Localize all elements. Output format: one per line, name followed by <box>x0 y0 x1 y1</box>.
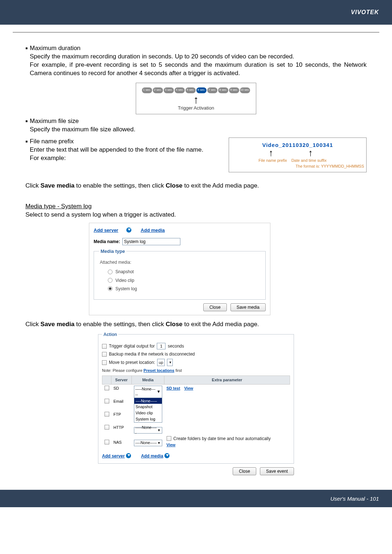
dropdown-option[interactable]: Snapshot <box>134 404 162 410</box>
action-panel: Action Trigger digital output for second… <box>98 332 294 475</box>
label-format: The format is: YYYYMMDD_HHMMSS <box>231 164 364 169</box>
timeline-pill: 2 sec. <box>153 87 163 93</box>
add-media-link[interactable]: Add media <box>141 227 165 233</box>
table-row: Email <box>102 398 290 411</box>
timeline-diagram: 1 sec.2 sec.3 sec.4 sec.5 sec.6 sec.7 se… <box>136 83 256 115</box>
attached-media-label: Attached media: <box>100 259 260 265</box>
prefix-title: File name prefix <box>30 138 74 146</box>
dropdown-option[interactable]: Video clip <box>134 410 162 416</box>
timeline-pill: 7 sec. <box>207 87 217 93</box>
media-type-fieldset: Media type Attached media: Snapshot Vide… <box>94 248 266 300</box>
checkbox-server-ftp[interactable] <box>105 412 109 416</box>
save-media-button[interactable]: Save media <box>230 303 266 311</box>
arrow-up-icon: ↑ <box>140 95 252 104</box>
checkbox-server-sd[interactable] <box>105 386 109 390</box>
timeline-caption: Trigger Activation <box>140 105 252 111</box>
footer-bar: User's Manual - 101 <box>0 490 392 507</box>
table-row: SD -----None-----▼ ----None----- Snapsho… <box>102 384 290 398</box>
add-server-link-2[interactable]: Add server <box>102 454 125 459</box>
sd-test-link[interactable]: SD test <box>167 386 180 390</box>
timeline-pill: 6 sec. <box>196 87 207 93</box>
dropdown-icon[interactable] <box>126 453 131 458</box>
page-body: Maximum duration Specify the maximum rec… <box>25 33 367 475</box>
media-name-input[interactable] <box>122 238 180 245</box>
bullet-icon <box>25 44 30 53</box>
bullet-icon <box>25 138 30 146</box>
checkbox-backup-media[interactable] <box>102 352 107 357</box>
timeline-pill: 1 sec. <box>142 87 152 93</box>
header-bar: VIVOTEK <box>0 0 392 25</box>
checkbox-server-nas[interactable] <box>105 440 109 444</box>
timeline-pill: 9 sec. <box>229 87 239 93</box>
checkbox-move-preset[interactable] <box>102 360 107 365</box>
checkbox-trigger-output[interactable] <box>102 344 107 349</box>
close-event-button[interactable]: Close <box>233 467 256 475</box>
th-media: Media <box>132 376 164 385</box>
preset-note: Note: Please configure Preset locations … <box>102 368 290 373</box>
media-name-label: Media name: <box>94 239 120 245</box>
preset-location-select[interactable]: up <box>157 359 164 366</box>
timeline-pill: 3 sec. <box>164 87 174 93</box>
bullet-icon <box>25 117 30 126</box>
timeline-pill: 10 sec. <box>240 87 250 93</box>
max-filesize-body: Specify the maximum file size allowed. <box>30 126 367 134</box>
dropdown-icon[interactable] <box>164 453 170 458</box>
brand-label: VIVOTEK <box>351 9 379 16</box>
media-select-http[interactable]: -----None-----▼ <box>134 427 162 434</box>
filename-prefix-row: File name prefix Enter the text that wil… <box>25 138 367 172</box>
timeline-pill: 8 sec. <box>218 87 228 93</box>
sd-view-link[interactable]: View <box>184 386 193 390</box>
media-select-sd-open[interactable]: -----None-----▼ ----None----- Snapshot V… <box>134 386 162 423</box>
max-duration-section: Maximum duration Specify the maximum rec… <box>25 44 367 78</box>
dropdown-icon[interactable] <box>126 227 131 233</box>
preset-locations-link[interactable]: Preset locations <box>143 368 174 373</box>
footer-label: User's Manual - 101 <box>330 496 379 502</box>
th-extra: Extra parameter <box>164 376 290 385</box>
server-table: Server Media Extra parameter SD -----Non… <box>102 376 290 449</box>
duration-seconds-input[interactable] <box>157 343 166 349</box>
select-arrow[interactable]: ▼ <box>167 359 173 366</box>
radio-videoclip[interactable] <box>108 278 113 283</box>
systemlog-heading: Media type - System log <box>25 202 367 211</box>
nas-view-link[interactable]: View <box>167 443 176 447</box>
filename-example-box: Video_20110320_100341 ↑ ↑ File name pref… <box>229 138 367 172</box>
close-button[interactable]: Close <box>203 303 227 311</box>
add-media-link-2[interactable]: Add media <box>141 454 163 459</box>
checkbox-create-folders[interactable] <box>167 436 171 441</box>
prefix-line2: For example: <box>30 154 221 163</box>
dropdown-option[interactable]: System log <box>134 416 162 422</box>
label-datetime-suffix: Date and time suffix <box>291 158 327 163</box>
max-duration-title: Maximum duration <box>30 44 81 53</box>
arrow-up-icon: ↑ <box>308 149 313 156</box>
radio-systemlog[interactable] <box>108 286 113 291</box>
table-row: HTTP -----None-----▼ <box>102 424 290 435</box>
dropdown-option[interactable]: ----None----- <box>134 398 162 404</box>
radio-snapshot[interactable] <box>108 270 113 274</box>
systemlog-body: Select to send a system log when a trigg… <box>25 211 367 219</box>
timeline-pill: 5 sec. <box>185 87 196 93</box>
save-media-instruction-2: Click Save media to enable the settings,… <box>25 320 367 329</box>
checkbox-server-email[interactable] <box>105 399 109 403</box>
max-duration-line1: Specify the maximum recording duration i… <box>30 53 367 61</box>
max-duration-line2: For example, if pre-event recording is s… <box>30 61 367 78</box>
th-server: Server <box>111 376 132 385</box>
timeline-pill: 4 sec. <box>175 87 185 93</box>
action-legend: Action <box>102 332 118 337</box>
label-file-prefix: File name prefix <box>258 158 287 163</box>
checkbox-server-http[interactable] <box>105 425 109 430</box>
prefix-line1: Enter the text that will be appended to … <box>30 146 221 154</box>
max-filesize-title: Maximum file size <box>30 117 79 126</box>
add-server-link[interactable]: Add server <box>94 227 118 233</box>
add-media-panel: Add server Add media Media name: Media t… <box>89 223 270 315</box>
table-row: NAS ----None-----▼ Create folders by dat… <box>102 435 290 449</box>
save-event-button[interactable]: Save event <box>260 467 294 475</box>
save-media-instruction-1: Click Save media to enable the settings,… <box>25 182 367 190</box>
media-select-nas[interactable]: ----None-----▼ <box>134 440 162 446</box>
media-type-legend: Media type <box>99 248 126 255</box>
arrow-up-icon: ↑ <box>269 149 273 156</box>
example-filename: Video_20110320_100341 <box>231 141 364 149</box>
table-row: FTP <box>102 411 290 424</box>
max-filesize-section: Maximum file size Specify the maximum fi… <box>25 117 367 134</box>
th-blank <box>102 376 111 385</box>
